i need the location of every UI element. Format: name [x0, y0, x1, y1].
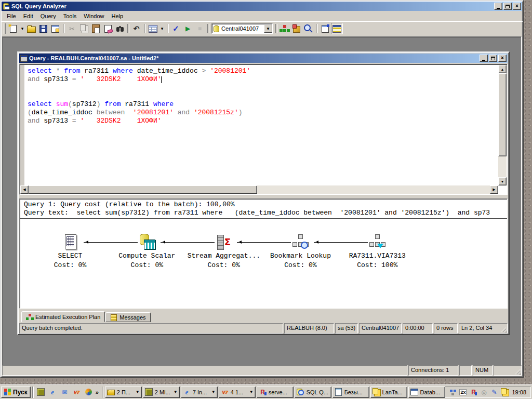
status-panel: Query batch completed.	[19, 323, 283, 334]
toolbar-separator[interactable]	[61, 23, 66, 34]
connection-properties-button[interactable]	[319, 23, 331, 34]
sql-editor[interactable]: select * from ra7311 where date_time_idd…	[19, 64, 508, 195]
menu-item[interactable]: File	[3, 12, 20, 20]
execute-mode-dropdown[interactable]	[159, 23, 165, 34]
tray-pen-icon[interactable]	[490, 388, 498, 396]
taskbar-button-lantalk[interactable]: LanTa... ▼	[370, 387, 407, 398]
cancel-query-button[interactable]	[194, 23, 206, 34]
taskbar-button-label: 2 Mi...	[155, 389, 172, 395]
tab-estimated-execution-plan[interactable]: Estimated Execution Plan	[21, 311, 105, 322]
quick-launch-olive-app-icon	[36, 388, 45, 396]
taskbar-button-untitled-document[interactable]: Безы... ▼	[332, 387, 369, 398]
tray-notes-icon[interactable]	[500, 388, 509, 396]
system-tray: 19:08	[445, 387, 531, 398]
show-results-pane-button[interactable]	[331, 23, 343, 34]
scroll-right-button[interactable]: ▶	[490, 185, 498, 194]
query-minimize-button[interactable]	[480, 55, 488, 62]
plan-node[interactable]: Bookmark Lookup Cost: 0%	[264, 233, 337, 269]
query-window-title-bar: Query - REALBUH.Central041007.sa - Untit…	[19, 54, 508, 63]
app-title-bar: SQL Query Analyzer ×	[2, 2, 522, 11]
windows-logo-icon	[4, 389, 11, 395]
plan-node-label: Compute Scalar	[111, 252, 183, 260]
execute-mode-button[interactable]	[147, 23, 159, 34]
pane-splitter[interactable]	[19, 195, 508, 198]
taskbar-button-icon	[335, 388, 343, 396]
tray-2x-icon[interactable]	[459, 388, 467, 396]
execution-plan-diagram: SELECT Cost: 0% Compute Scalar Cost: 0%	[20, 219, 507, 269]
horizontal-scroll-thumb[interactable]	[29, 185, 257, 194]
taskbar-button-group-folders[interactable]: 2 П... ▼	[105, 387, 142, 398]
sql-line: (date_time_iddoc between '20081201' and …	[28, 109, 498, 117]
taskbar-button-group-mi[interactable]: 2 Mi... ▼	[143, 387, 180, 398]
plan-node-label: RA7311.VIA7313	[341, 252, 414, 260]
toolbar-separator[interactable]	[314, 23, 319, 34]
sql-line: select * from ra7311 where date_time_idd…	[28, 67, 498, 75]
object-browser-button[interactable]	[290, 23, 302, 34]
menu-item[interactable]: Edit	[20, 12, 37, 20]
vertical-scroll-thumb[interactable]	[498, 73, 507, 156]
menu-item[interactable]: Query	[37, 12, 60, 20]
taskbar-button-label: 7 In...	[193, 389, 210, 395]
tray-network-icon[interactable]	[448, 388, 457, 396]
menu-item[interactable]: Tools	[60, 12, 81, 20]
start-button[interactable]: Пуск	[1, 387, 31, 398]
new-query-dropdown[interactable]	[19, 23, 25, 34]
app-icon	[3, 3, 10, 10]
toolbar-separator[interactable]	[206, 23, 210, 34]
copy-button[interactable]	[78, 23, 90, 34]
taskbar-button-group-1c[interactable]: 4 1... ▼	[219, 387, 256, 398]
insert-template-button[interactable]	[49, 23, 61, 34]
paste-button[interactable]	[90, 23, 102, 34]
find-button[interactable]	[114, 23, 126, 34]
tray-r-icon[interactable]	[469, 388, 477, 396]
scroll-up-button[interactable]: ▲	[498, 65, 507, 73]
taskbar-button-database[interactable]: Datab... ▼	[408, 387, 445, 398]
taskbar-button-group-internet-explorer[interactable]: 7 In... ▼	[181, 387, 218, 398]
minimize-button[interactable]	[494, 3, 502, 10]
editor-vertical-scrollbar[interactable]: ▲ ▼	[498, 65, 507, 185]
plan-node[interactable]: RA7311.VIA7313 Cost: 100%	[341, 233, 414, 269]
query-maximize-button[interactable]	[489, 55, 497, 62]
plan-arrow	[314, 242, 368, 243]
object-search-button[interactable]	[302, 23, 314, 34]
scroll-down-button[interactable]: ▼	[498, 177, 507, 185]
close-button[interactable]: ×	[513, 3, 521, 10]
plan-node[interactable]: Stream Aggregat... Cost: 0%	[188, 233, 260, 269]
taskbar-button-server[interactable]: serve... ▼	[257, 387, 294, 398]
quick-launch-overflow-chevron[interactable]: »	[94, 389, 100, 395]
toolbar-grip[interactable]	[4, 23, 6, 34]
mdi-client-area: Query - REALBUH.Central041007.sa - Untit…	[2, 36, 522, 367]
cut-button[interactable]	[66, 23, 78, 34]
quick-launch-1c-v7-icon	[72, 388, 81, 396]
toolbar-separator[interactable]	[126, 23, 130, 34]
query-close-button[interactable]: ×	[498, 55, 507, 62]
taskbar-button-sql-query-analyzer[interactable]: SQL Q... ▼	[295, 387, 331, 398]
toolbar: Central041007 ▼	[1, 21, 523, 35]
menu-item[interactable]: Window	[80, 12, 108, 20]
plan-node[interactable]: SELECT Cost: 0%	[34, 233, 107, 269]
plan-node-cost: Cost: 0%	[264, 261, 337, 269]
tab-messages[interactable]: Messages	[105, 312, 150, 322]
maximize-button[interactable]	[503, 3, 512, 10]
execute-query-button[interactable]	[182, 23, 194, 34]
database-combo[interactable]: Central041007 ▼	[211, 23, 273, 34]
new-query-button[interactable]	[7, 23, 19, 34]
tray-status-circle-icon[interactable]	[480, 388, 488, 396]
taskbar-button-label: LanTa...	[382, 389, 405, 395]
scroll-left-button[interactable]: ◀	[20, 185, 29, 194]
plan-node[interactable]: Compute Scalar Cost: 0%	[111, 233, 183, 269]
toolbar-separator[interactable]	[142, 23, 147, 34]
plan-compute-scalar-icon	[138, 233, 156, 251]
clear-window-button[interactable]	[102, 23, 114, 34]
undo-button[interactable]	[130, 23, 142, 34]
editor-horizontal-scrollbar[interactable]: ◀ ▶	[20, 185, 498, 194]
open-file-button[interactable]	[25, 23, 37, 34]
database-combo-dropdown[interactable]: ▼	[264, 24, 272, 33]
save-button[interactable]	[37, 23, 49, 34]
parse-query-button[interactable]	[170, 23, 182, 34]
taskbar-button-icon	[297, 388, 305, 396]
show-execution-plan-button[interactable]	[278, 23, 290, 34]
toolbar-separator[interactable]	[165, 23, 170, 34]
menu-item[interactable]: Help	[108, 12, 127, 20]
toolbar-separator[interactable]	[274, 23, 278, 34]
